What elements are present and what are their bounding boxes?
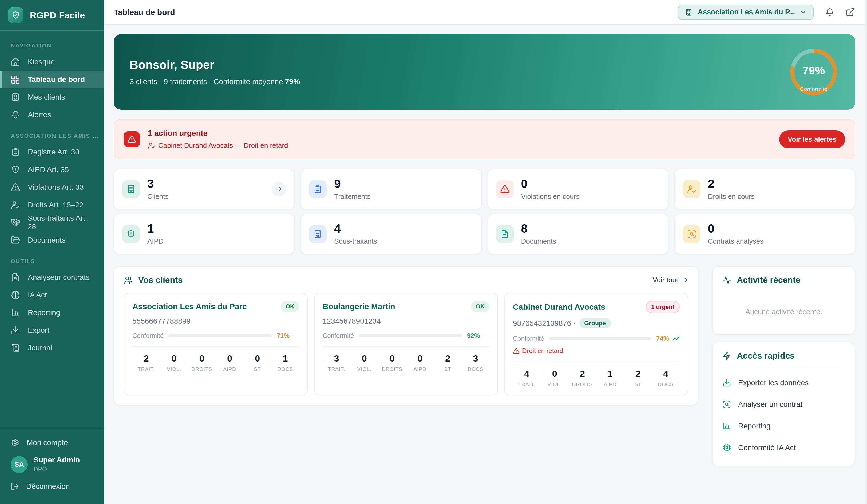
quick-item-icon bbox=[722, 421, 731, 430]
stat-card[interactable]: 9 Traitements bbox=[300, 169, 481, 210]
client-siren-row: 12345678901234 bbox=[323, 317, 489, 325]
client-name: Cabinet Durand Avocats bbox=[513, 302, 605, 312]
gear-icon bbox=[11, 438, 20, 447]
mini-stat-value: 1 bbox=[596, 368, 624, 379]
quick-item-icon bbox=[722, 378, 731, 387]
sidebar-item[interactable]: Analyseur contrats bbox=[0, 269, 104, 286]
logout-label: Déconnexion bbox=[26, 482, 69, 491]
mini-stat-label: TRAIT. bbox=[513, 382, 540, 387]
view-alerts-button[interactable]: Voir les alertes bbox=[779, 130, 845, 148]
client-card[interactable]: Association Les Amis du Parc OK 55566677… bbox=[124, 293, 308, 395]
user-role: DPO bbox=[34, 466, 80, 473]
sidebar-item[interactable]: Tableau de bord bbox=[0, 71, 104, 88]
external-link-button[interactable] bbox=[846, 8, 855, 17]
stat-card[interactable]: 1 AIPD bbox=[114, 214, 295, 254]
nav-item-label: Export bbox=[28, 326, 49, 335]
sidebar-item[interactable]: Reporting bbox=[0, 304, 104, 322]
scrollbar[interactable] bbox=[865, 0, 867, 504]
sidebar-item[interactable]: Kiosque bbox=[0, 53, 104, 71]
stat-tile bbox=[683, 225, 700, 243]
nav-item-icon bbox=[11, 343, 20, 353]
topbar: Tableau de bord Association Les Amis du … bbox=[104, 0, 867, 24]
org-selector[interactable]: Association Les Amis du P... bbox=[678, 4, 814, 20]
see-all-label: Voir tout bbox=[653, 276, 678, 284]
client-siren-row: 98765432109876 · Groupe bbox=[513, 318, 680, 329]
stat-label: AIPD bbox=[147, 237, 163, 245]
stat-label: Documents bbox=[521, 237, 556, 245]
stats-grid: 3 Clients 9 Traitements bbox=[114, 169, 855, 254]
nav-item-icon bbox=[11, 200, 20, 210]
brand: RGPD Facile bbox=[0, 0, 104, 31]
sidebar-item[interactable]: AIPD Art. 35 bbox=[0, 161, 104, 179]
stat-card[interactable]: 8 Documents bbox=[488, 214, 668, 254]
mini-stat-value: 4 bbox=[652, 368, 680, 379]
mini-stat: 2ST bbox=[434, 353, 462, 372]
conformity-label: Conformité bbox=[513, 335, 544, 342]
sidebar-item[interactable]: Violations Art. 33 bbox=[0, 179, 104, 196]
stat-card[interactable]: 0 Violations en cours bbox=[488, 169, 668, 210]
sidebar-item[interactable]: Documents bbox=[0, 231, 104, 249]
notifications-button[interactable] bbox=[825, 8, 834, 17]
mini-stat-label: AIPD bbox=[596, 382, 624, 387]
progress-track bbox=[168, 334, 272, 337]
nav-item-icon bbox=[11, 273, 20, 282]
mini-stat: 0DROITS bbox=[188, 353, 216, 372]
user-row[interactable]: SA Super Admin DPO bbox=[9, 451, 96, 478]
clients-panel: Vos clients Voir tout Association Les Am… bbox=[114, 266, 698, 406]
client-mini-stats: 4TRAIT. 0VIOL. 2DROITS 1AIPD 2ST 4DOCS bbox=[513, 368, 680, 387]
mini-stat-label: DOCS bbox=[271, 366, 299, 372]
activity-panel-header: Activité récente bbox=[713, 267, 855, 285]
nav-item-icon bbox=[11, 92, 20, 102]
mini-stat-label: DOCS bbox=[462, 366, 489, 372]
nav-item-icon bbox=[11, 325, 20, 335]
activity-panel-title: Activité récente bbox=[737, 275, 800, 285]
sidebar-item[interactable]: Registre Art. 30 bbox=[0, 143, 104, 161]
sidebar-item[interactable]: Sous-traitants Art. 28 bbox=[0, 214, 104, 231]
nav-item-icon bbox=[11, 182, 20, 192]
stat-card[interactable]: 2 Droits en cours bbox=[674, 169, 855, 210]
conformity-row: Conformité 71% — bbox=[132, 332, 299, 339]
building-icon bbox=[685, 8, 693, 16]
sidebar-item[interactable]: Journal bbox=[0, 339, 104, 357]
sidebar-item[interactable]: Alertes bbox=[0, 106, 104, 124]
stat-card[interactable]: 3 Clients bbox=[114, 169, 295, 210]
quick-access-item[interactable]: Conformité IA Act bbox=[722, 437, 845, 458]
stat-arrow-button[interactable] bbox=[272, 182, 286, 196]
conformity-ring: 79% Conformité bbox=[789, 47, 838, 97]
quick-access-item[interactable]: Analyser un contrat bbox=[722, 394, 845, 415]
client-siren: 98765432109876 · bbox=[513, 319, 576, 328]
stat-value: 0 bbox=[521, 178, 580, 190]
mini-stat-value: 0 bbox=[540, 368, 568, 379]
stat-card[interactable]: 0 Contrats analysés bbox=[674, 214, 855, 254]
logout-button[interactable]: Déconnexion bbox=[9, 478, 96, 495]
stat-icon bbox=[500, 184, 510, 194]
mini-stat-label: DROITS bbox=[568, 382, 596, 387]
quick-access-item[interactable]: Reporting bbox=[722, 415, 845, 437]
nav-item-label: Kiosque bbox=[28, 58, 55, 66]
hero-greeting: Bonsoir, Super bbox=[130, 58, 839, 72]
quick-access-panel: Accès rapides Exporter les données bbox=[712, 342, 855, 467]
stat-icon bbox=[313, 229, 323, 239]
client-card[interactable]: Boulangerie Martin OK 12345678901234 Con… bbox=[314, 293, 498, 395]
sidebar-item[interactable]: IA Act bbox=[0, 286, 104, 304]
see-all-link[interactable]: Voir tout bbox=[653, 276, 688, 284]
account-button[interactable]: Mon compte bbox=[9, 435, 96, 451]
nav-item-icon bbox=[11, 235, 20, 245]
mini-stat-value: 4 bbox=[513, 368, 540, 379]
mini-stat: 4DOCS bbox=[652, 368, 680, 387]
progress-track bbox=[549, 337, 651, 340]
stat-label: Violations en cours bbox=[521, 192, 580, 201]
mini-stat-value: 0 bbox=[406, 353, 434, 364]
sidebar-item[interactable]: Export bbox=[0, 322, 104, 339]
client-card[interactable]: Cabinet Durand Avocats 1 urgent 98765432… bbox=[504, 293, 688, 395]
client-siren: 12345678901234 bbox=[323, 317, 381, 325]
quick-access-item[interactable]: Exporter les données bbox=[722, 372, 845, 394]
mini-stat-value: 0 bbox=[160, 353, 188, 364]
stat-card[interactable]: 4 Sous-traitants bbox=[300, 214, 481, 254]
sidebar-item[interactable]: Droits Art. 15–22 bbox=[0, 196, 104, 214]
brand-name: RGPD Facile bbox=[30, 10, 85, 21]
nav-item-label: Mes clients bbox=[28, 93, 65, 101]
sidebar-item[interactable]: Mes clients bbox=[0, 88, 104, 106]
topbar-right: Association Les Amis du P... bbox=[678, 4, 855, 20]
stat-label: Traitements bbox=[334, 192, 371, 201]
